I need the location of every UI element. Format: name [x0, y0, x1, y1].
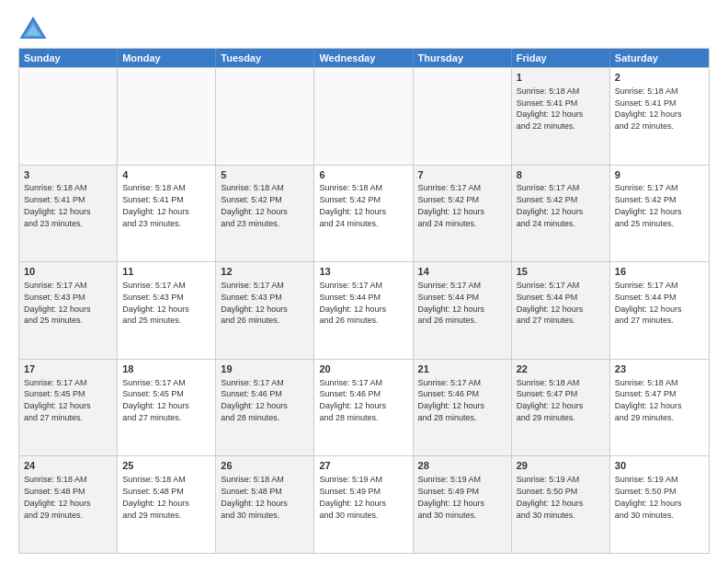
- header-day-thursday: Thursday: [414, 49, 512, 67]
- calendar-cell: 2Sunrise: 5:18 AMSunset: 5:41 PMDaylight…: [610, 68, 709, 165]
- calendar-cell: 6Sunrise: 5:18 AMSunset: 5:42 PMDaylight…: [314, 166, 413, 262]
- day-info: Sunrise: 5:17 AMSunset: 5:42 PMDaylight:…: [615, 183, 682, 227]
- day-number: 2: [615, 71, 704, 85]
- day-info: Sunrise: 5:18 AMSunset: 5:42 PMDaylight:…: [221, 183, 288, 227]
- day-number: 23: [615, 362, 704, 376]
- day-number: 10: [24, 265, 112, 279]
- day-info: Sunrise: 5:19 AMSunset: 5:50 PMDaylight:…: [517, 475, 584, 519]
- day-number: 4: [122, 168, 210, 182]
- calendar-cell: 1Sunrise: 5:18 AMSunset: 5:41 PMDaylight…: [512, 68, 610, 165]
- day-number: 1: [517, 71, 605, 85]
- header-day-friday: Friday: [512, 49, 610, 67]
- day-info: Sunrise: 5:17 AMSunset: 5:44 PMDaylight:…: [615, 281, 682, 325]
- calendar-week-1: 3Sunrise: 5:18 AMSunset: 5:41 PMDaylight…: [19, 165, 709, 262]
- day-number: 15: [517, 265, 605, 279]
- day-number: 28: [418, 459, 506, 473]
- calendar-cell: 4Sunrise: 5:18 AMSunset: 5:41 PMDaylight…: [118, 166, 216, 262]
- calendar-cell: 11Sunrise: 5:17 AMSunset: 5:43 PMDayligh…: [118, 262, 216, 359]
- calendar-week-4: 24Sunrise: 5:18 AMSunset: 5:48 PMDayligh…: [19, 455, 709, 553]
- calendar-cell: 16Sunrise: 5:17 AMSunset: 5:44 PMDayligh…: [610, 262, 709, 359]
- calendar-cell: 22Sunrise: 5:18 AMSunset: 5:47 PMDayligh…: [512, 360, 610, 456]
- day-info: Sunrise: 5:18 AMSunset: 5:47 PMDaylight:…: [517, 378, 584, 422]
- page: SundayMondayTuesdayWednesdayThursdayFrid…: [0, 0, 728, 563]
- day-number: 29: [517, 459, 605, 473]
- header-day-monday: Monday: [118, 49, 216, 67]
- day-number: 21: [418, 362, 506, 376]
- day-number: 11: [122, 265, 210, 279]
- calendar-cell: 15Sunrise: 5:17 AMSunset: 5:44 PMDayligh…: [512, 262, 610, 359]
- day-number: 17: [24, 362, 112, 376]
- day-number: 24: [24, 459, 112, 473]
- day-info: Sunrise: 5:17 AMSunset: 5:46 PMDaylight:…: [221, 378, 288, 422]
- calendar: SundayMondayTuesdayWednesdayThursdayFrid…: [18, 48, 710, 554]
- day-info: Sunrise: 5:17 AMSunset: 5:45 PMDaylight:…: [24, 378, 91, 422]
- day-number: 8: [517, 168, 605, 182]
- day-number: 19: [221, 362, 309, 376]
- calendar-cell: 17Sunrise: 5:17 AMSunset: 5:45 PMDayligh…: [19, 360, 118, 456]
- day-number: 3: [24, 168, 112, 182]
- calendar-week-3: 17Sunrise: 5:17 AMSunset: 5:45 PMDayligh…: [19, 359, 709, 456]
- calendar-cell: 29Sunrise: 5:19 AMSunset: 5:50 PMDayligh…: [512, 456, 610, 553]
- day-info: Sunrise: 5:17 AMSunset: 5:44 PMDaylight:…: [319, 281, 386, 325]
- day-info: Sunrise: 5:18 AMSunset: 5:41 PMDaylight:…: [122, 183, 189, 227]
- day-info: Sunrise: 5:18 AMSunset: 5:42 PMDaylight:…: [319, 183, 386, 227]
- calendar-cell: 5Sunrise: 5:18 AMSunset: 5:42 PMDaylight…: [216, 166, 314, 262]
- day-info: Sunrise: 5:19 AMSunset: 5:49 PMDaylight:…: [418, 475, 485, 519]
- day-info: Sunrise: 5:17 AMSunset: 5:44 PMDaylight:…: [418, 281, 485, 325]
- day-number: 5: [221, 168, 309, 182]
- day-number: 9: [615, 168, 704, 182]
- day-info: Sunrise: 5:19 AMSunset: 5:49 PMDaylight:…: [319, 475, 386, 519]
- logo: [18, 15, 53, 40]
- day-number: 27: [319, 459, 407, 473]
- calendar-week-2: 10Sunrise: 5:17 AMSunset: 5:43 PMDayligh…: [19, 261, 709, 359]
- calendar-cell: 24Sunrise: 5:18 AMSunset: 5:48 PMDayligh…: [19, 456, 118, 553]
- calendar-cell: 28Sunrise: 5:19 AMSunset: 5:49 PMDayligh…: [414, 456, 512, 553]
- day-number: 26: [221, 459, 309, 473]
- day-info: Sunrise: 5:18 AMSunset: 5:41 PMDaylight:…: [517, 86, 584, 131]
- header: [18, 15, 710, 40]
- day-info: Sunrise: 5:17 AMSunset: 5:44 PMDaylight:…: [517, 281, 584, 325]
- calendar-cell: [118, 68, 216, 165]
- day-info: Sunrise: 5:17 AMSunset: 5:43 PMDaylight:…: [24, 281, 91, 325]
- calendar-header: SundayMondayTuesdayWednesdayThursdayFrid…: [19, 49, 709, 67]
- header-day-sunday: Sunday: [19, 49, 118, 67]
- calendar-body: 1Sunrise: 5:18 AMSunset: 5:41 PMDaylight…: [19, 67, 709, 553]
- calendar-cell: 30Sunrise: 5:19 AMSunset: 5:50 PMDayligh…: [610, 456, 709, 553]
- calendar-cell: 21Sunrise: 5:17 AMSunset: 5:46 PMDayligh…: [414, 360, 512, 456]
- calendar-cell: 3Sunrise: 5:18 AMSunset: 5:41 PMDaylight…: [19, 166, 118, 262]
- day-info: Sunrise: 5:18 AMSunset: 5:48 PMDaylight:…: [24, 475, 91, 519]
- calendar-cell: 20Sunrise: 5:17 AMSunset: 5:46 PMDayligh…: [314, 360, 413, 456]
- day-info: Sunrise: 5:17 AMSunset: 5:42 PMDaylight:…: [517, 183, 584, 227]
- day-info: Sunrise: 5:17 AMSunset: 5:43 PMDaylight:…: [122, 281, 189, 325]
- calendar-cell: [314, 68, 413, 165]
- header-day-tuesday: Tuesday: [216, 49, 314, 67]
- calendar-cell: 18Sunrise: 5:17 AMSunset: 5:45 PMDayligh…: [118, 360, 216, 456]
- calendar-cell: 25Sunrise: 5:18 AMSunset: 5:48 PMDayligh…: [118, 456, 216, 553]
- day-number: 12: [221, 265, 309, 279]
- day-info: Sunrise: 5:18 AMSunset: 5:48 PMDaylight:…: [122, 475, 189, 519]
- calendar-cell: [216, 68, 314, 165]
- day-number: 14: [418, 265, 506, 279]
- calendar-cell: 9Sunrise: 5:17 AMSunset: 5:42 PMDaylight…: [610, 166, 709, 262]
- calendar-cell: 19Sunrise: 5:17 AMSunset: 5:46 PMDayligh…: [216, 360, 314, 456]
- day-number: 30: [615, 459, 704, 473]
- day-info: Sunrise: 5:18 AMSunset: 5:47 PMDaylight:…: [615, 378, 682, 422]
- calendar-cell: 8Sunrise: 5:17 AMSunset: 5:42 PMDaylight…: [512, 166, 610, 262]
- day-number: 7: [418, 168, 506, 182]
- day-info: Sunrise: 5:17 AMSunset: 5:42 PMDaylight:…: [418, 183, 485, 227]
- day-info: Sunrise: 5:17 AMSunset: 5:46 PMDaylight:…: [418, 378, 485, 422]
- day-info: Sunrise: 5:17 AMSunset: 5:43 PMDaylight:…: [221, 281, 288, 325]
- calendar-week-0: 1Sunrise: 5:18 AMSunset: 5:41 PMDaylight…: [19, 67, 709, 165]
- day-info: Sunrise: 5:18 AMSunset: 5:48 PMDaylight:…: [221, 475, 288, 519]
- calendar-cell: 10Sunrise: 5:17 AMSunset: 5:43 PMDayligh…: [19, 262, 118, 359]
- day-info: Sunrise: 5:18 AMSunset: 5:41 PMDaylight:…: [615, 86, 682, 131]
- calendar-cell: 14Sunrise: 5:17 AMSunset: 5:44 PMDayligh…: [414, 262, 512, 359]
- day-number: 13: [319, 265, 407, 279]
- day-number: 20: [319, 362, 407, 376]
- calendar-cell: 27Sunrise: 5:19 AMSunset: 5:49 PMDayligh…: [314, 456, 413, 553]
- calendar-cell: [19, 68, 118, 165]
- day-number: 16: [615, 265, 704, 279]
- day-info: Sunrise: 5:17 AMSunset: 5:46 PMDaylight:…: [319, 378, 386, 422]
- calendar-cell: 13Sunrise: 5:17 AMSunset: 5:44 PMDayligh…: [314, 262, 413, 359]
- day-number: 22: [517, 362, 605, 376]
